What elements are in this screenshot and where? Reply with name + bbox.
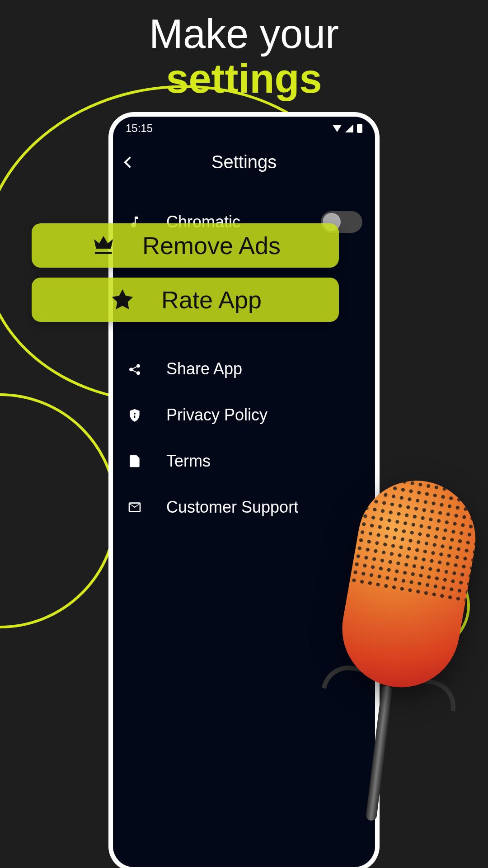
remove-ads-button[interactable]: Remove Ads xyxy=(32,223,339,268)
terms-label: Terms xyxy=(166,452,362,471)
status-bar: 15:15 xyxy=(113,117,375,140)
rate-app-label: Rate App xyxy=(161,286,262,314)
customer-support-row[interactable]: Customer Support xyxy=(121,484,367,530)
status-icons xyxy=(333,124,362,133)
mail-icon xyxy=(126,498,144,516)
signal-icon xyxy=(345,124,353,132)
star-icon xyxy=(109,286,136,313)
privacy-policy-row[interactable]: Privacy Policy xyxy=(121,392,367,438)
share-app-row[interactable]: Share App xyxy=(121,346,367,392)
rate-app-button[interactable]: Rate App xyxy=(32,278,339,322)
shield-icon xyxy=(126,406,144,424)
page-title: Settings xyxy=(122,152,366,172)
headline-line2: settings xyxy=(0,57,488,101)
headline-line1: Make your xyxy=(0,12,488,57)
app-header: Settings xyxy=(113,140,375,184)
privacy-policy-label: Privacy Policy xyxy=(166,406,362,425)
document-icon xyxy=(126,452,144,470)
status-time: 15:15 xyxy=(126,122,153,135)
mic-head xyxy=(333,472,485,697)
wifi-icon xyxy=(333,125,342,132)
mic-mesh xyxy=(350,472,485,603)
decorative-loop xyxy=(0,393,117,628)
share-app-label: Share App xyxy=(166,359,362,378)
terms-row[interactable]: Terms xyxy=(121,438,367,484)
promo-headline: Make your settings xyxy=(0,0,488,101)
remove-ads-label: Remove Ads xyxy=(142,231,281,259)
customer-support-label: Customer Support xyxy=(166,498,362,517)
battery-icon xyxy=(357,124,362,133)
share-icon xyxy=(126,360,144,378)
crown-icon xyxy=(90,232,117,259)
